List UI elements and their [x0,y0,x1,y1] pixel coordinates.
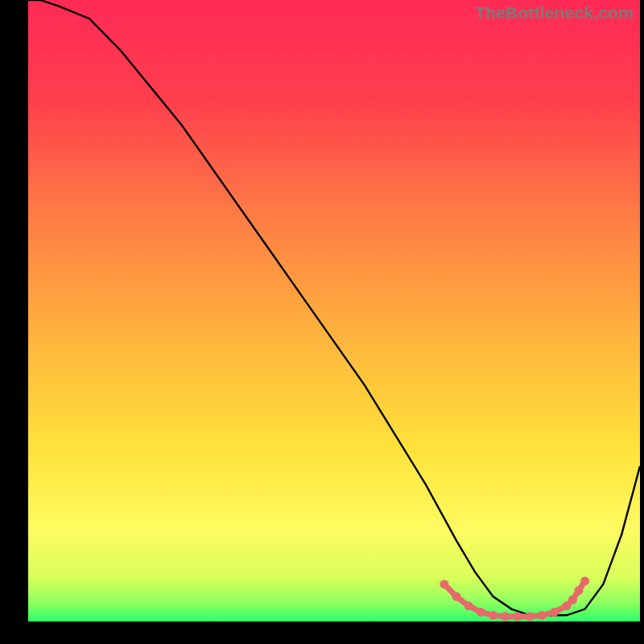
chart-frame: TheBottleneck.com [28,0,640,621]
trough-dot [575,586,584,595]
trough-dot [526,612,535,621]
chart-plot [28,0,640,621]
trough-dot [580,576,589,585]
trough-dot [550,608,559,617]
trough-dot [501,612,510,621]
trough-dot [514,612,522,621]
trough-dot [452,592,461,601]
trough-dot [477,608,485,617]
watermark-text: TheBottleneck.com [475,3,634,23]
gradient-background [28,0,640,621]
trough-dot [464,601,473,610]
trough-dot [440,580,448,588]
trough-dot [489,611,497,620]
trough-dot [538,611,547,620]
trough-dot [568,596,577,605]
